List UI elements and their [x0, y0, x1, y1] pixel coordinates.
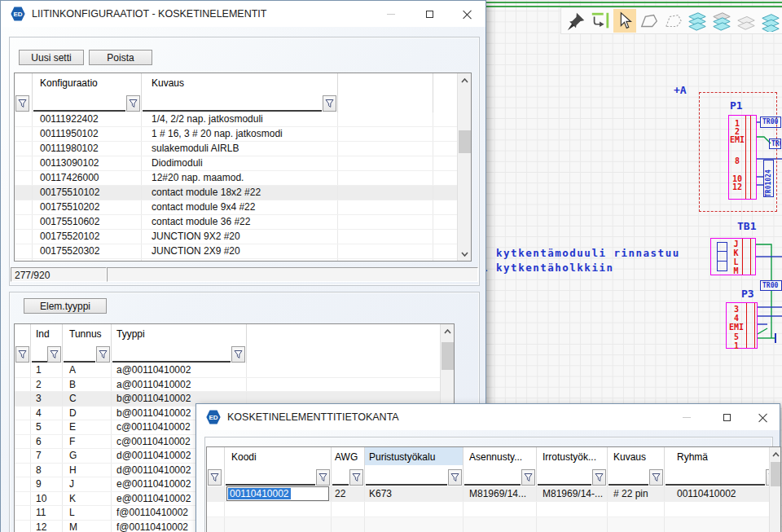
filter-icon[interactable]: [96, 346, 110, 363]
select-cursor-icon[interactable]: [613, 9, 637, 33]
table-row[interactable]: 00113090102Diodimoduli: [15, 156, 471, 171]
scrollbar-thumb[interactable]: [459, 130, 471, 153]
layers-stack-cyan-2-icon[interactable]: [758, 9, 782, 33]
config-table-scrollbar[interactable]: [457, 73, 471, 261]
table-row[interactable]: 00111980102sulakemoduli AIRLB: [15, 142, 471, 156]
cell: 2: [31, 378, 63, 392]
table-row[interactable]: 1Aa@00110410002: [15, 363, 454, 378]
maximize-button[interactable]: [719, 411, 734, 424]
table-row[interactable]: 00175510102contact module 18x2 #22: [15, 186, 471, 200]
filter-icon[interactable]: [126, 95, 140, 112]
filter-icon[interactable]: [208, 469, 222, 486]
column-header-koodi[interactable]: Koodi: [225, 447, 332, 465]
filter-icon[interactable]: [47, 346, 61, 363]
scrollbar-thumb[interactable]: [442, 342, 454, 370]
filter-input-tunnus[interactable]: [64, 347, 95, 363]
cad-connector-tb1[interactable]: JKLM: [710, 238, 756, 275]
polygon-dashed-icon[interactable]: [661, 9, 685, 33]
table-row[interactable]: 001119224021/4, 2/2 nap. jatkosmoduli: [15, 112, 471, 127]
polygon-icon[interactable]: [637, 9, 661, 33]
cell: 00175510202: [33, 200, 142, 214]
selected-cell[interactable]: 00110410002: [225, 486, 332, 501]
table-row[interactable]: [207, 517, 780, 532]
filter-input-tyyppi[interactable]: [112, 347, 231, 363]
column-header-awg[interactable]: AWG: [332, 447, 365, 465]
filter-icon[interactable]: [349, 469, 363, 486]
close-button[interactable]: [755, 411, 770, 424]
filter-icon[interactable]: [521, 469, 535, 486]
database-table-scrollbar[interactable]: [769, 447, 780, 532]
table-row[interactable]: 2Ba@00110410002: [15, 378, 454, 393]
table-row[interactable]: [207, 502, 780, 517]
column-header-ind[interactable]: Ind: [31, 324, 63, 342]
filter-icon[interactable]: [592, 469, 606, 486]
column-header-asennustyokalu[interactable]: Asennusty...: [463, 447, 537, 465]
column-header-puristustyokalu[interactable]: Puristustyökalu: [365, 447, 463, 465]
transform-move-icon[interactable]: [589, 9, 613, 33]
filter-icon[interactable]: [448, 469, 462, 486]
column-header-konfiguraatio[interactable]: Konfiguraatio: [33, 73, 142, 91]
layers-stack-mixed-icon[interactable]: [710, 9, 734, 33]
window1-titlebar[interactable]: ED LIITINKONFIGURAATIOT - KOSKETINELEMEN…: [1, 1, 485, 27]
table-row[interactable]: 00175520502JUNCTION 18 #20: [15, 259, 471, 261]
elem-type-button[interactable]: Elem.tyyppi: [24, 298, 107, 314]
column-header-kuvaus[interactable]: Kuvaus: [608, 447, 665, 465]
cell: [463, 502, 537, 517]
cad-tag-box[interactable]: TR00: [760, 117, 781, 128]
scroll-up-icon[interactable]: [770, 447, 781, 461]
minimize-button[interactable]: [384, 7, 398, 20]
close-button[interactable]: [459, 7, 474, 20]
cell: [338, 200, 433, 214]
cell: [15, 230, 33, 244]
filter-icon[interactable]: [15, 95, 29, 112]
layers-stack-cyan-icon[interactable]: [686, 9, 710, 33]
maximize-button[interactable]: [422, 7, 437, 20]
cad-tag-box[interactable]: TR00: [760, 280, 782, 291]
cell: [225, 502, 332, 517]
table-row[interactable]: 0011742600012#20 nap. maamod.: [15, 171, 471, 186]
filter-input[interactable]: [332, 470, 349, 486]
filter-input[interactable]: [666, 470, 765, 486]
window2-titlebar[interactable]: ED KOSKETINELEMENTTITIETOKANTA: [196, 404, 780, 430]
column-header-tunnus[interactable]: Tunnus: [63, 324, 112, 342]
column-header-kuvaus[interactable]: Kuvaus: [142, 73, 338, 91]
filter-input[interactable]: [538, 470, 591, 486]
table-row[interactable]: 00175510602contact module 36 #22: [15, 215, 471, 230]
cad-connector-p3[interactable]: 34EMI51: [726, 302, 758, 349]
filter-icon[interactable]: [231, 346, 245, 363]
scroll-up-icon[interactable]: [441, 324, 455, 338]
scrollbar-thumb[interactable]: [771, 462, 780, 486]
table-row[interactable]: 001119501021 # 16, 3 # 20 nap. jatkosmod…: [15, 127, 471, 142]
layers-flat-icon[interactable]: [734, 9, 758, 33]
table-row[interactable]: 00175510202contact module 9x4 #22: [15, 200, 471, 215]
filter-input[interactable]: [464, 470, 521, 486]
filter-icon[interactable]: [15, 346, 29, 363]
cad-vertical-tag-box[interactable]: TR01024: [763, 160, 774, 197]
filter-input[interactable]: [226, 470, 315, 486]
table-row[interactable]: 00175520102JUNCTION 9X2 #20: [15, 230, 471, 244]
column-header-tyyppi[interactable]: Tyyppi: [112, 324, 247, 342]
table-row[interactable]: 00175520302JUNCTION 2X9 #20: [15, 244, 471, 259]
cad-tag-box[interactable]: TR00: [769, 138, 781, 149]
pushpin-icon[interactable]: [565, 9, 588, 33]
filter-input[interactable]: [608, 470, 648, 486]
filter-input-konfiguraatio[interactable]: [33, 96, 125, 112]
minimize-button[interactable]: [679, 411, 694, 424]
new-set-button[interactable]: Uusi setti: [19, 50, 84, 65]
column-header-irrotustyokalu[interactable]: Irrotustyök...: [537, 447, 608, 465]
filter-icon[interactable]: [323, 95, 336, 112]
filter-input[interactable]: [366, 470, 447, 486]
filter-icon[interactable]: [649, 469, 663, 486]
cell: 22: [332, 486, 365, 501]
filter-icon[interactable]: [316, 469, 330, 486]
table-row[interactable]: 0011041000222K673M81969/14...M81969/14-.…: [207, 486, 780, 502]
cell: [15, 244, 33, 258]
scroll-down-icon[interactable]: [458, 247, 472, 261]
filter-input-ind[interactable]: [32, 347, 48, 363]
column-header-ryhma[interactable]: Ryhmä: [665, 447, 780, 465]
cad-connector-p1[interactable]: 12EMI81012: [728, 115, 757, 200]
filter-input-kuvaus[interactable]: [143, 96, 322, 112]
element-table-filter-row: [15, 342, 454, 363]
delete-button[interactable]: Poista: [89, 50, 152, 65]
scroll-up-icon[interactable]: [458, 73, 472, 87]
